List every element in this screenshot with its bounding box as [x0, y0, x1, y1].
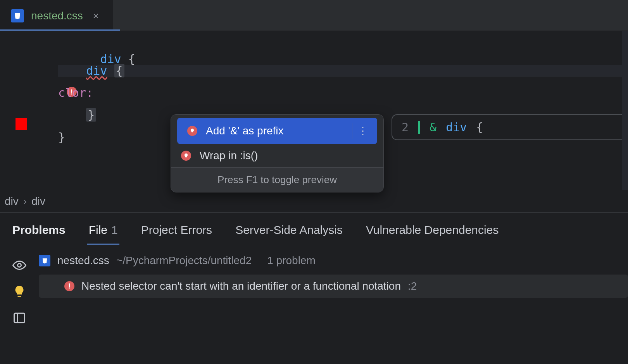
svg-rect-1 [14, 313, 25, 323]
code-line: } [58, 109, 96, 121]
intention-popup: Add '&' as prefix ⋮ Wrap in :is() Press … [171, 114, 384, 192]
css-file-icon [11, 9, 24, 22]
tab-count: 1 [111, 223, 118, 237]
brace-token: } [86, 108, 96, 122]
problem-location: :2 [408, 280, 417, 292]
breadcrumb-item[interactable]: div [5, 195, 19, 208]
diff-added-marker [418, 121, 420, 134]
breadcrumb-item[interactable]: div [31, 195, 45, 208]
code-line: div { [58, 65, 628, 77]
problems-file-row[interactable]: nested.css ~/PycharmProjects/untitled2 1… [39, 253, 628, 268]
close-icon[interactable]: × [90, 9, 102, 24]
error-icon: ! [64, 281, 74, 291]
brace-token: } [58, 130, 65, 144]
color-swatch-icon[interactable] [16, 118, 27, 130]
problems-tabs: Problems File 1 Project Errors Server-Si… [0, 213, 628, 244]
lightbulb-icon[interactable] [12, 285, 26, 300]
more-actions-icon[interactable]: ⋮ [352, 123, 373, 139]
lightbulb-error-icon [187, 126, 197, 136]
problems-toolbar [0, 244, 39, 326]
intention-item-add-amp-prefix[interactable]: Add '&' as prefix ⋮ [177, 118, 377, 144]
tab-file[interactable]: File 1 [89, 223, 118, 237]
selector-token: div [446, 120, 467, 134]
problems-filepath: ~/PycharmProjects/untitled2 [116, 254, 252, 267]
problems-panel: Problems File 1 Project Errors Server-Si… [0, 212, 628, 326]
amp-token: & [430, 120, 436, 134]
lightbulb-error-icon [181, 151, 191, 161]
problem-message: Nested selector can't start with an iden… [81, 280, 401, 292]
css-file-icon [39, 255, 50, 266]
brace-token: { [476, 120, 483, 134]
editor[interactable]: div { div { ! clor: } } Add '&' as prefi… [0, 31, 628, 190]
intention-footer-hint: Press F1 to toggle preview [171, 167, 383, 192]
intention-label: Wrap in :is() [200, 149, 258, 162]
chevron-right-icon: › [23, 195, 27, 208]
property-token: c [58, 86, 65, 100]
problems-list: nested.css ~/PycharmProjects/untitled2 1… [39, 244, 628, 326]
problems-summary: 1 problem [267, 254, 316, 267]
tab-label: File [89, 223, 107, 237]
preview-line-number: 2 [402, 120, 409, 134]
selector-token-error: div [86, 64, 107, 77]
brace-token: { [128, 52, 135, 66]
problem-item[interactable]: ! Nested selector can't start with an id… [39, 275, 628, 298]
brace-token: { [114, 64, 124, 77]
tab-vulnerable-dependencies[interactable]: Vulnerable Dependencies [366, 223, 499, 237]
tab-project-errors[interactable]: Project Errors [141, 223, 212, 237]
layout-icon[interactable] [12, 311, 26, 326]
code-line: } [58, 132, 65, 143]
intention-label: Add '&' as prefix [206, 125, 284, 137]
code-line: clor: [58, 87, 93, 99]
tab-label: nested.css [31, 10, 83, 22]
intention-preview: 2 & div { [392, 114, 628, 140]
tab-server-side-analysis[interactable]: Server-Side Analysis [235, 223, 343, 237]
problems-title: Problems [12, 223, 66, 237]
problems-filename: nested.css [57, 254, 109, 267]
scrollbar-track[interactable] [622, 31, 628, 190]
gutter [0, 31, 54, 190]
eye-icon[interactable] [12, 258, 26, 274]
tab-nested-css[interactable]: nested.css × [0, 0, 113, 31]
property-token: lor: [65, 86, 93, 100]
svg-point-0 [18, 264, 21, 267]
intention-item-wrap-is[interactable]: Wrap in :is() [171, 144, 383, 167]
code-area[interactable]: div { div { ! clor: } } Add '&' as prefi… [54, 31, 628, 190]
breadcrumb: div › div [0, 190, 628, 212]
tab-bar: nested.css × [0, 0, 628, 31]
problems-body: nested.css ~/PycharmProjects/untitled2 1… [0, 244, 628, 326]
